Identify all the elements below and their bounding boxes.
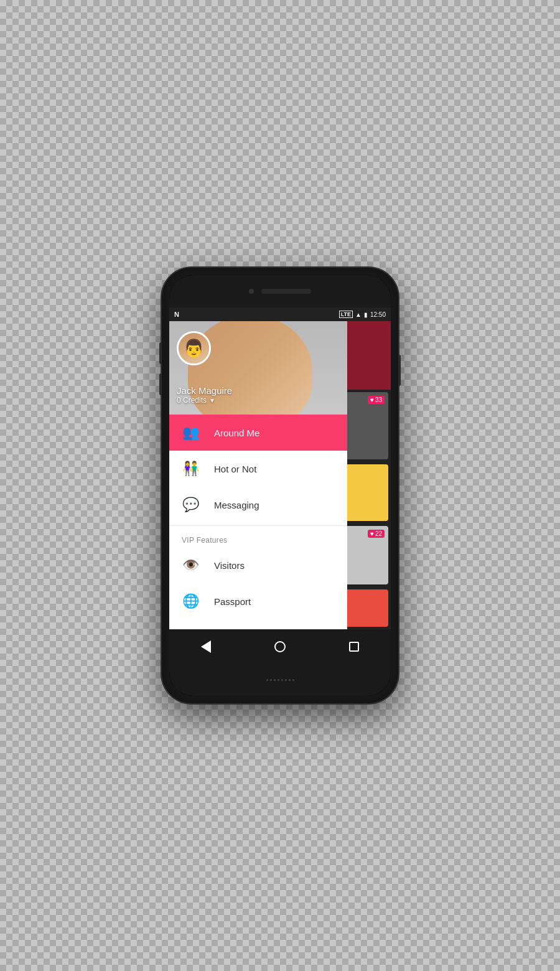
dropdown-arrow-icon[interactable]: ▼ bbox=[209, 397, 215, 404]
phone-device: N LTE ▲ ▮ 12:50 TH ♥ bbox=[162, 268, 398, 703]
navigation-drawer: 👨 Jack Maguire 0 Credits ▼ bbox=[169, 321, 347, 629]
time-display: 12:50 bbox=[370, 311, 386, 318]
status-right: LTE ▲ ▮ 12:50 bbox=[339, 311, 386, 318]
hot-or-not-label: Hot or Not bbox=[214, 464, 256, 474]
private-profile-icon: 🐱 bbox=[182, 629, 199, 629]
menu-item-passport[interactable]: 🌐 Passport bbox=[169, 583, 347, 619]
drawer-menu: 👥 Around Me 👫 Hot or Not 💬 Messaging bbox=[169, 415, 347, 629]
visitors-label: Visitors bbox=[214, 560, 245, 571]
avatar-icon: 👨 bbox=[183, 338, 205, 359]
passport-icon: 🌐 bbox=[182, 593, 199, 610]
home-button[interactable] bbox=[269, 636, 291, 658]
credits-text: 0 Credits bbox=[177, 396, 207, 405]
hot-or-not-icon: 👫 bbox=[182, 460, 199, 477]
lte-indicator: LTE bbox=[339, 311, 353, 318]
menu-item-hot-or-not[interactable]: 👫 Hot or Not bbox=[169, 451, 347, 487]
drawer-header: 👨 Jack Maguire 0 Credits ▼ bbox=[169, 321, 347, 415]
heart-icon-2: ♥ bbox=[370, 530, 374, 537]
heart-icon: ♥ bbox=[370, 396, 374, 403]
home-icon bbox=[274, 641, 286, 652]
speaker-dot bbox=[278, 679, 279, 681]
messaging-label: Messaging bbox=[214, 500, 259, 510]
speaker-dot bbox=[281, 679, 283, 681]
username-label: Jack Maguire bbox=[177, 385, 232, 396]
camera bbox=[249, 289, 254, 294]
back-button[interactable] bbox=[195, 636, 217, 658]
speaker bbox=[266, 679, 294, 681]
status-bar: N LTE ▲ ▮ 12:50 bbox=[169, 307, 391, 321]
back-icon bbox=[201, 640, 211, 653]
speaker-dot bbox=[274, 679, 276, 681]
app-content: TH ♥ 33 ♥ 22 bbox=[169, 321, 391, 629]
credits-label: 0 Credits ▼ bbox=[177, 396, 232, 405]
menu-item-private-profile[interactable]: 🐱 Private Profile bbox=[169, 619, 347, 629]
passport-label: Passport bbox=[214, 596, 251, 607]
speaker-dot bbox=[285, 679, 287, 681]
recent-button[interactable] bbox=[343, 636, 365, 658]
badge-count-1: 33 bbox=[375, 396, 382, 403]
messaging-icon: 💬 bbox=[182, 496, 199, 514]
badge-1: ♥ 33 bbox=[368, 396, 385, 404]
top-bezel bbox=[169, 275, 391, 307]
vip-section-header: VIP Features bbox=[169, 528, 347, 547]
network-logo: N bbox=[174, 311, 179, 318]
battery-icon: ▮ bbox=[364, 311, 368, 318]
avatar[interactable]: 👨 bbox=[177, 331, 211, 365]
around-me-icon: 👥 bbox=[182, 424, 199, 441]
signal-icon: ▲ bbox=[355, 311, 362, 318]
speaker-dot bbox=[289, 679, 291, 681]
speaker-dot bbox=[292, 679, 294, 681]
badge-2: ♥ 22 bbox=[368, 530, 385, 538]
around-me-label: Around Me bbox=[214, 428, 259, 438]
bottom-bezel bbox=[169, 664, 391, 696]
avatar-inner: 👨 bbox=[179, 333, 209, 364]
menu-item-visitors[interactable]: 👁️ Visitors bbox=[169, 547, 347, 583]
menu-item-messaging[interactable]: 💬 Messaging bbox=[169, 487, 347, 523]
earpiece bbox=[261, 289, 311, 294]
navigation-bar bbox=[169, 629, 391, 664]
user-info: Jack Maguire 0 Credits ▼ bbox=[177, 385, 232, 405]
menu-item-around-me[interactable]: 👥 Around Me bbox=[169, 415, 347, 451]
recent-icon bbox=[349, 642, 359, 652]
screen: N LTE ▲ ▮ 12:50 TH ♥ bbox=[169, 307, 391, 664]
speaker-dot bbox=[270, 679, 272, 681]
divider-1 bbox=[169, 525, 347, 526]
badge-count-2: 22 bbox=[375, 530, 382, 537]
speaker-dot bbox=[266, 679, 268, 681]
phone-screen: N LTE ▲ ▮ 12:50 TH ♥ bbox=[169, 275, 391, 696]
visitors-icon: 👁️ bbox=[182, 556, 199, 574]
